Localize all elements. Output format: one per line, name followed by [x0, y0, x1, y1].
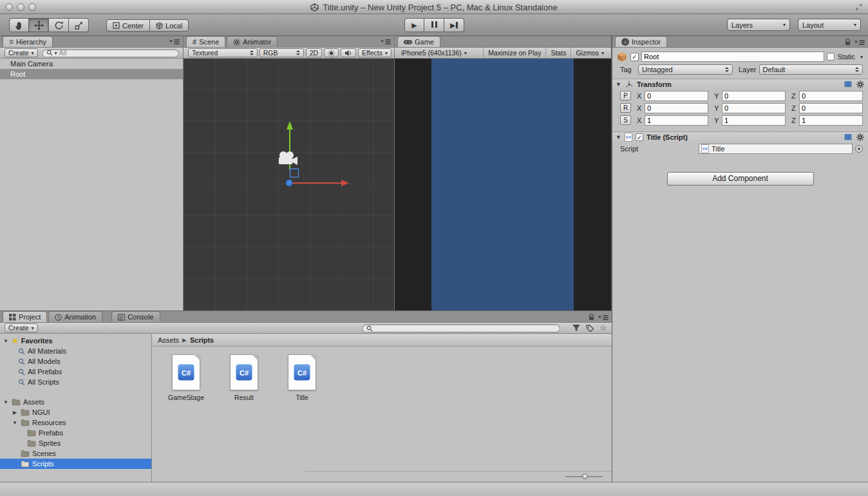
scale-x-input[interactable] [645, 115, 708, 126]
stats-button[interactable]: Stats [545, 48, 571, 58]
tree-item-favorites[interactable]: ▼ ★ Favorites [0, 336, 151, 346]
tree-item-sprites[interactable]: Sprites [0, 438, 151, 448]
position-y-input[interactable] [722, 91, 786, 101]
move-tool-button[interactable] [29, 18, 49, 32]
tree-item-ngui[interactable]: ▶ NGUI [0, 407, 151, 417]
toggle-2d-button[interactable]: 2D [306, 48, 322, 57]
project-search-field[interactable] [362, 324, 560, 332]
hierarchy-item-root[interactable]: Root [0, 69, 183, 79]
pivot-center-button[interactable]: Center [106, 19, 150, 32]
tab-game[interactable]: Game [397, 36, 440, 47]
title-script-component-header[interactable]: ▼ C# ✓ Title (Script) [612, 131, 868, 142]
foldout-icon[interactable]: ▼ [616, 81, 621, 88]
pause-button[interactable] [424, 18, 444, 32]
shading-mode-dropdown[interactable]: Textured [188, 48, 258, 57]
rotation-local-button[interactable]: Local [150, 19, 189, 32]
gear-icon[interactable] [856, 81, 864, 88]
tab-inspector[interactable]: i Inspector [615, 36, 667, 47]
tree-item-assets[interactable]: ▼ Assets [0, 397, 151, 407]
scene-viewport[interactable] [184, 59, 394, 310]
position-z-input[interactable] [799, 91, 863, 101]
scale-key-button[interactable]: S [620, 115, 631, 125]
step-button[interactable]: ▶ [444, 18, 464, 32]
scene-audio-button[interactable] [341, 48, 356, 57]
rotation-z-input[interactable] [799, 103, 863, 113]
rotation-key-button[interactable]: R [620, 103, 631, 113]
render-channel-dropdown[interactable]: RGB [259, 48, 304, 57]
tab-animation[interactable]: Animation [48, 311, 102, 322]
hierarchy-search-field[interactable]: ▾ [42, 49, 179, 57]
lock-icon[interactable] [589, 314, 594, 321]
maximize-on-play-button[interactable]: Maximize on Play [483, 48, 545, 58]
help-book-icon[interactable] [844, 133, 852, 141]
asset-item-result[interactable]: C# Result [220, 354, 269, 401]
scale-tool-button[interactable] [69, 18, 89, 32]
tab-console[interactable]: Console [111, 311, 160, 322]
tree-item-all-scripts[interactable]: All Scripts [0, 377, 151, 387]
tab-hierarchy[interactable]: ≡ Hierarchy [3, 36, 53, 47]
tree-item-resources[interactable]: ▼ Resources [0, 417, 151, 428]
hand-tool-button[interactable] [9, 18, 29, 32]
scene-lighting-button[interactable] [324, 48, 339, 57]
scale-z-input[interactable] [799, 115, 863, 126]
play-button[interactable]: ▶ [404, 18, 424, 32]
rotation-x-input[interactable] [645, 103, 708, 113]
layout-dropdown[interactable]: Layout ▾ [798, 19, 861, 31]
icon-size-slider[interactable] [565, 473, 603, 479]
hierarchy-item-main-camera[interactable]: Main Camera [0, 59, 183, 69]
breadcrumb-current[interactable]: Scripts [190, 336, 214, 344]
asset-item-gamestage[interactable]: C# GameStage [162, 354, 211, 401]
gameobject-name-input[interactable] [641, 52, 824, 62]
layer-dropdown[interactable]: Default [759, 64, 863, 75]
chevron-down-icon[interactable]: ▼ [12, 420, 18, 426]
asset-item-title[interactable]: C# Title [278, 354, 326, 401]
position-x-input[interactable] [645, 91, 708, 101]
tree-item-scripts[interactable]: Scripts [0, 459, 151, 469]
aspect-ratio-dropdown[interactable]: iPhone5 (640x1136) ▾ [397, 48, 471, 58]
saved-search-star-icon[interactable]: ☆ [599, 324, 607, 332]
fullscreen-icon[interactable] [855, 3, 863, 11]
static-dropdown-icon[interactable]: ▾ [860, 54, 863, 60]
project-create-button[interactable]: Create ▾ [5, 323, 38, 332]
search-filter-icon[interactable]: ▾ [55, 50, 57, 56]
chevron-down-icon[interactable]: ▼ [3, 338, 9, 344]
chevron-down-icon[interactable]: ▼ [3, 399, 9, 405]
layers-dropdown[interactable]: Layers ▾ [727, 19, 790, 31]
script-object-field[interactable]: C# Title [699, 144, 853, 154]
breadcrumb-root[interactable]: Assets [158, 336, 179, 344]
transform-component-header[interactable]: ▼ Transform [612, 79, 868, 90]
add-component-button[interactable]: Add Component [667, 172, 814, 186]
scale-y-input[interactable] [722, 115, 786, 126]
tree-item-scenes[interactable]: Scenes [0, 448, 151, 459]
tab-animator[interactable]: Animator [227, 36, 278, 47]
position-key-button[interactable]: P [620, 91, 631, 100]
rotation-y-input[interactable] [722, 103, 786, 113]
gear-icon[interactable] [856, 133, 864, 141]
tree-item-prefabs[interactable]: Prefabs [0, 428, 151, 438]
lock-icon[interactable] [845, 39, 851, 46]
gizmos-dropdown[interactable]: Gizmos ▾ [571, 48, 609, 58]
tree-item-all-models[interactable]: All Models [0, 356, 151, 367]
static-checkbox[interactable] [827, 53, 835, 61]
foldout-icon[interactable]: ▼ [616, 134, 621, 140]
object-picker-icon[interactable] [855, 145, 863, 153]
project-search-input[interactable] [375, 325, 556, 332]
panel-menu-icon[interactable] [598, 314, 609, 321]
gameobject-active-checkbox[interactable]: ✓ [630, 53, 639, 61]
hierarchy-create-button[interactable]: Create ▾ [5, 48, 38, 57]
tag-dropdown[interactable]: Untagged [638, 64, 733, 75]
script-enabled-checkbox[interactable]: ✓ [636, 133, 643, 141]
search-by-type-icon[interactable] [572, 325, 580, 332]
rotate-tool-button[interactable] [49, 18, 69, 32]
scene-effects-dropdown[interactable]: Effects ▾ [358, 48, 392, 57]
hierarchy-search-input[interactable] [59, 49, 175, 57]
tree-item-all-prefabs[interactable]: All Prefabs [0, 367, 151, 377]
panel-menu-icon[interactable] [854, 39, 865, 46]
panel-menu-icon[interactable] [381, 39, 391, 45]
panel-menu-icon[interactable] [169, 39, 180, 45]
search-by-label-icon[interactable] [586, 325, 594, 332]
tab-project[interactable]: Project [3, 311, 47, 322]
tab-scene[interactable]: # Scene [186, 36, 225, 47]
chevron-right-icon[interactable]: ▶ [12, 410, 18, 415]
tree-item-all-materials[interactable]: All Materials [0, 346, 151, 356]
